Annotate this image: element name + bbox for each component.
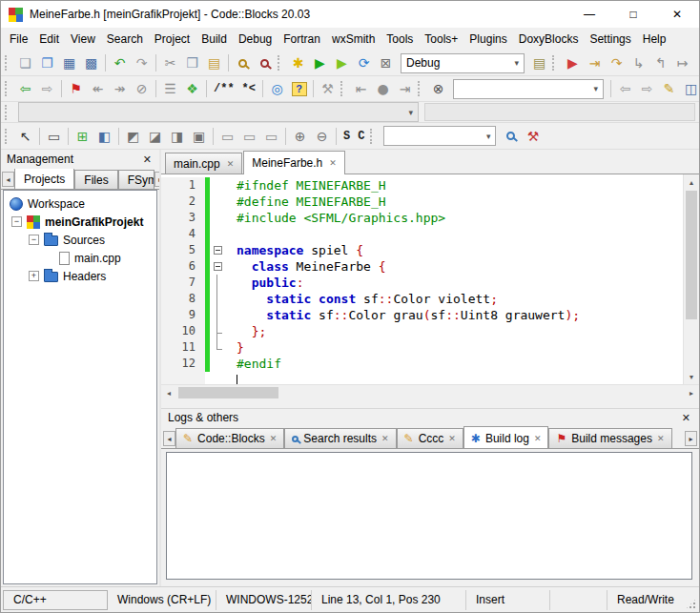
horizontal-scroll-thumb[interactable] bbox=[178, 387, 278, 398]
nav-forward-icon[interactable]: ⇨ bbox=[36, 78, 58, 100]
incsearch-next-icon[interactable]: ⇨ bbox=[636, 78, 658, 100]
open-file-icon[interactable]: ❐ bbox=[36, 52, 58, 74]
border-all-icon[interactable]: ▭ bbox=[260, 125, 282, 147]
vertical-scroll-track[interactable] bbox=[684, 190, 699, 369]
step-out-icon[interactable]: ↰ bbox=[649, 52, 671, 74]
window-tool-icon[interactable]: ▭ bbox=[43, 125, 65, 147]
build-and-run-icon[interactable]: ▶ bbox=[331, 52, 353, 74]
incremental-search-input[interactable]: ▾ bbox=[453, 79, 604, 99]
vertical-scroll-thumb[interactable] bbox=[686, 191, 697, 319]
menu-doxyblocks[interactable]: DoxyBlocks bbox=[513, 28, 585, 51]
panel-tool-icon[interactable]: ◧ bbox=[93, 125, 115, 147]
class-preview-icon[interactable]: C bbox=[354, 125, 368, 147]
align-top-icon[interactable]: ◩ bbox=[122, 125, 144, 147]
doxy-run-html-icon[interactable]: ◎ bbox=[266, 78, 288, 100]
tab-files[interactable]: Files bbox=[74, 170, 117, 189]
close-tab-icon[interactable]: ✕ bbox=[329, 158, 337, 168]
tools-settings-icon[interactable]: ⚒ bbox=[522, 125, 544, 147]
toolbar-grip[interactable] bbox=[5, 55, 11, 71]
scroll-left-icon[interactable]: ◂ bbox=[161, 385, 176, 400]
scroll-down-icon[interactable]: ▾ bbox=[684, 369, 699, 384]
incsearch-clear-icon[interactable]: ⊗ bbox=[427, 78, 449, 100]
doxy-line-comment-icon[interactable]: *< bbox=[238, 78, 259, 100]
doxyblocks-wizard-icon[interactable]: ❖ bbox=[181, 78, 203, 100]
border-right-icon[interactable]: ▭ bbox=[238, 125, 260, 147]
log-tab-build-log[interactable]: ✱Build log✕ bbox=[463, 426, 549, 449]
tree-item-workspace[interactable]: Workspace bbox=[4, 194, 156, 213]
close-tab-icon[interactable]: ✕ bbox=[270, 434, 278, 443]
rebuild-icon[interactable]: ⟳ bbox=[353, 52, 375, 74]
menu-plugins[interactable]: Plugins bbox=[463, 28, 512, 51]
step-into-icon[interactable]: ↳ bbox=[628, 52, 649, 74]
toolbar-grip[interactable] bbox=[552, 55, 559, 71]
menu-view[interactable]: View bbox=[65, 28, 101, 51]
replace-icon[interactable] bbox=[254, 52, 276, 74]
tab-meinefarbe-h[interactable]: MeineFarbe.h✕ bbox=[243, 151, 345, 174]
doxyblocks-extract-icon[interactable]: ☰ bbox=[159, 78, 181, 100]
close-tab-icon[interactable]: ✕ bbox=[381, 434, 389, 443]
doxy-block-comment-icon[interactable]: /** bbox=[210, 78, 238, 100]
maximize-button[interactable]: □ bbox=[611, 1, 655, 28]
toolbar-grip[interactable] bbox=[5, 105, 11, 120]
close-button[interactable]: ✕ bbox=[655, 1, 699, 28]
expand-expander-icon[interactable]: + bbox=[29, 271, 39, 281]
code-editor[interactable]: 1#ifndef MEINEFARBE_H2#define MEINEFARBE… bbox=[161, 174, 683, 384]
toolbar-grip[interactable] bbox=[340, 81, 347, 96]
pointer-tool-icon[interactable]: ↖ bbox=[14, 125, 36, 147]
cut-icon[interactable]: ✂ bbox=[159, 52, 181, 74]
chevron-down-icon[interactable]: ▾ bbox=[514, 58, 519, 68]
zoom-out-icon[interactable]: ⊖ bbox=[311, 125, 333, 147]
align-fill-icon[interactable]: ▣ bbox=[188, 125, 210, 147]
toolbar-grip[interactable] bbox=[278, 55, 284, 71]
toolbar-grip[interactable] bbox=[5, 81, 11, 96]
collapse-expander-icon[interactable]: − bbox=[29, 235, 39, 245]
log-tab-scroll-right-icon[interactable]: ▸ bbox=[685, 431, 697, 446]
nav-back-icon[interactable]: ⇦ bbox=[14, 78, 36, 100]
save-icon[interactable]: ▦ bbox=[58, 52, 80, 74]
menu-file[interactable]: File bbox=[4, 28, 33, 51]
tab-scroll-right-icon[interactable]: ▸ bbox=[154, 172, 159, 187]
run-to-cursor-icon[interactable]: ⇥ bbox=[584, 52, 606, 74]
incsearch-highlight-icon[interactable]: ✎ bbox=[658, 78, 680, 100]
scroll-up-icon[interactable]: ▴ bbox=[684, 174, 699, 190]
build-icon[interactable]: ✱ bbox=[287, 52, 309, 74]
abort-build-icon[interactable]: ⊠ bbox=[375, 52, 397, 74]
clear-bookmarks-icon[interactable]: ⊘ bbox=[131, 78, 153, 100]
next-line-icon[interactable]: ↷ bbox=[606, 52, 628, 74]
debug-continue-icon[interactable]: ▶ bbox=[562, 52, 584, 74]
menu-wxsmith[interactable]: wxSmith bbox=[326, 28, 381, 51]
toolbar-grip[interactable] bbox=[5, 129, 11, 144]
border-left-icon[interactable]: ▭ bbox=[216, 125, 238, 147]
log-tab-build-messages[interactable]: ⚑Build messages✕ bbox=[548, 428, 671, 448]
toolbar-grip[interactable] bbox=[370, 129, 377, 144]
tab-fsymb[interactable]: FSymb bbox=[118, 170, 154, 189]
menu-edit[interactable]: Edit bbox=[33, 28, 65, 51]
align-center-icon[interactable]: ◨ bbox=[166, 125, 188, 147]
toolbar-grip[interactable] bbox=[418, 81, 424, 96]
collapse-expander-icon[interactable]: − bbox=[11, 216, 22, 227]
save-all-icon[interactable]: ▩ bbox=[80, 52, 102, 74]
menu-debug[interactable]: Debug bbox=[233, 28, 278, 51]
fold-collapse-icon[interactable] bbox=[214, 246, 222, 255]
log-tab-scroll-left-icon[interactable]: ◂ bbox=[163, 431, 175, 446]
menu-project[interactable]: Project bbox=[149, 28, 196, 51]
toggle-bookmark-icon[interactable]: ⚑ bbox=[65, 78, 87, 100]
goto-prev-change-icon[interactable]: ⇤ bbox=[350, 78, 372, 100]
zoom-in-icon[interactable]: ⊕ bbox=[289, 125, 311, 147]
symbol-search-input[interactable]: ▾ bbox=[383, 126, 496, 146]
fold-collapse-icon[interactable] bbox=[214, 262, 222, 271]
tree-item-headers[interactable]: +Headers bbox=[4, 267, 156, 285]
symbol-find-icon[interactable] bbox=[500, 125, 522, 147]
build-options-icon[interactable]: ▤ bbox=[528, 52, 550, 74]
next-instruction-icon[interactable]: ↦ bbox=[671, 52, 693, 74]
log-tab-search-results[interactable]: Search results✕ bbox=[284, 428, 396, 448]
menu-tools-plus[interactable]: Tools+ bbox=[419, 28, 463, 51]
build-target-select[interactable]: Debug▾ bbox=[401, 53, 525, 73]
close-management-icon[interactable]: ✕ bbox=[141, 153, 154, 166]
build-log-output[interactable] bbox=[166, 452, 692, 580]
copy-icon[interactable]: ❒ bbox=[181, 52, 203, 74]
step-into-instruction-icon[interactable]: ↲ bbox=[693, 52, 699, 74]
goto-next-change-icon[interactable]: ⇥ bbox=[394, 78, 416, 100]
close-tab-icon[interactable]: ✕ bbox=[657, 434, 665, 443]
prev-bookmark-icon[interactable]: ↞ bbox=[87, 78, 109, 100]
